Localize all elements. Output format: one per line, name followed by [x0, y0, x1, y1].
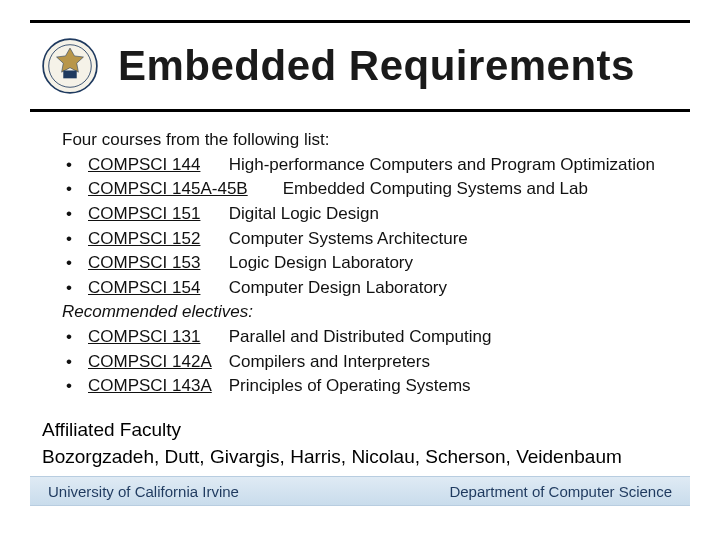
slide: Embedded Requirements Four courses from …: [0, 0, 720, 540]
course-code: COMPSCI 145A-45B: [88, 177, 278, 202]
list-item: COMPSCI 154 Computer Design Laboratory: [62, 276, 680, 301]
electives-heading: Recommended electives:: [62, 300, 680, 325]
course-code: COMPSCI 143A: [88, 374, 224, 399]
faculty-names: Bozorgzadeh, Dutt, Givargis, Harris, Nic…: [42, 444, 680, 471]
course-title: Parallel and Distributed Computing: [224, 327, 491, 346]
course-code: COMPSCI 131: [88, 325, 224, 350]
content-area: Four courses from the following list: CO…: [0, 112, 720, 399]
footer-bar: University of California Irvine Departme…: [30, 476, 690, 506]
course-code: COMPSCI 153: [88, 251, 224, 276]
course-code: COMPSCI 154: [88, 276, 224, 301]
footer-left: University of California Irvine: [48, 483, 239, 500]
elective-course-list: COMPSCI 131 Parallel and Distributed Com…: [62, 325, 680, 399]
footer-right: Department of Computer Science: [449, 483, 672, 500]
title-block: Embedded Requirements: [30, 20, 690, 112]
page-title: Embedded Requirements: [118, 42, 635, 90]
course-code: COMPSCI 151: [88, 202, 224, 227]
course-title: Embedded Computing Systems and Lab: [278, 179, 588, 198]
course-title: Computer Design Laboratory: [224, 278, 447, 297]
course-title: Digital Logic Design: [224, 204, 379, 223]
intro-text: Four courses from the following list:: [62, 128, 680, 153]
list-item: COMPSCI 152 Computer Systems Architectur…: [62, 227, 680, 252]
list-item: COMPSCI 145A-45B Embedded Computing Syst…: [62, 177, 680, 202]
svg-rect-2: [63, 70, 76, 78]
university-seal-icon: [42, 38, 98, 94]
list-item: COMPSCI 151 Digital Logic Design: [62, 202, 680, 227]
list-item: COMPSCI 143A Principles of Operating Sys…: [62, 374, 680, 399]
course-code: COMPSCI 142A: [88, 350, 224, 375]
course-title: High-performance Computers and Program O…: [224, 155, 655, 174]
list-item: COMPSCI 153 Logic Design Laboratory: [62, 251, 680, 276]
list-item: COMPSCI 142A Compilers and Interpreters: [62, 350, 680, 375]
list-item: COMPSCI 144 High-performance Computers a…: [62, 153, 680, 178]
course-title: Computer Systems Architecture: [224, 229, 468, 248]
course-title: Compilers and Interpreters: [224, 352, 430, 371]
course-title: Principles of Operating Systems: [224, 376, 471, 395]
faculty-block: Affiliated Faculty Bozorgzadeh, Dutt, Gi…: [0, 399, 720, 470]
course-code: COMPSCI 144: [88, 153, 224, 178]
required-course-list: COMPSCI 144 High-performance Computers a…: [62, 153, 680, 301]
course-code: COMPSCI 152: [88, 227, 224, 252]
course-title: Logic Design Laboratory: [224, 253, 413, 272]
list-item: COMPSCI 131 Parallel and Distributed Com…: [62, 325, 680, 350]
faculty-heading: Affiliated Faculty: [42, 417, 680, 444]
